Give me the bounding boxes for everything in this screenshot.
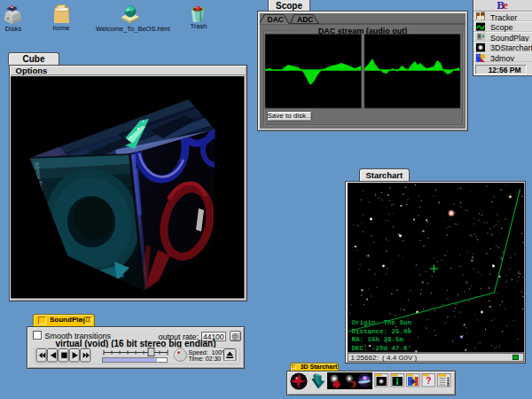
svg-text:DAC stream (audio out): DAC stream (audio out)	[317, 26, 407, 35]
svg-text:Origin: The Sun: Origin: The Sun	[351, 319, 411, 326]
svg-text:DAC: DAC	[267, 14, 283, 23]
svg-text:DEC: -29d 47.6': DEC: -29d 47.6'	[351, 345, 411, 352]
svg-text:RA: 16h 38.5m: RA: 16h 38.5m	[351, 336, 403, 343]
svg-text:Distance: 25.00: Distance: 25.00	[351, 328, 411, 335]
svg-text:?: ?	[426, 376, 431, 386]
svg-text:ADC: ADC	[297, 14, 313, 23]
